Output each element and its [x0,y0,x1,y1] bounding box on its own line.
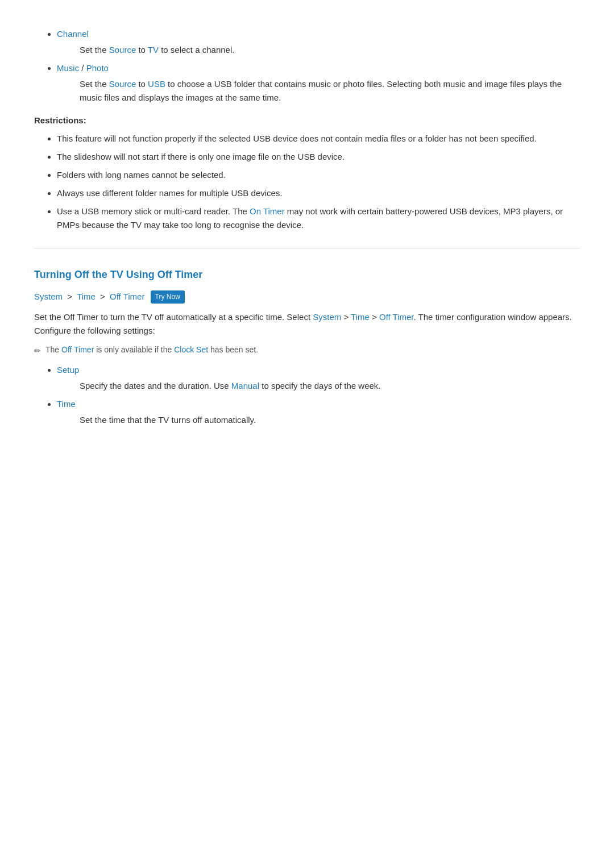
restrictions-list: This feature will not function properly … [34,132,580,232]
separator-slash: / [81,63,86,73]
try-now-badge[interactable]: Try Now [151,290,185,304]
music-photo-link[interactable]: Music / Photo [57,63,109,73]
note-off-timer-link[interactable]: Off Timer [61,345,94,354]
breadcrumb-time[interactable]: Time [77,292,96,301]
source-link-1[interactable]: Source [109,45,136,55]
time-link[interactable]: Time [57,399,76,409]
breadcrumb-sep-2: > [100,292,107,301]
off-timer-intro: Set the Off Timer to turn the TV off aut… [34,310,580,338]
off-timer-note: ✏ The Off Timer is only available if the… [34,343,580,357]
manual-link[interactable]: Manual [231,381,259,391]
music-photo-desc: Set the Source to USB to choose a USB fo… [80,79,562,102]
setup-item: Setup Specify the dates and the duration… [57,363,580,393]
tv-link-1[interactable]: TV [148,45,159,55]
restriction-item-4: Always use different folder names for mu… [57,186,580,200]
source-link-2[interactable]: Source [109,79,136,89]
restriction-item-3: Folders with long names cannot be select… [57,168,580,182]
restriction-item-2: The slideshow will not start if there is… [57,150,580,164]
time-item: Time Set the time that the TV turns off … [57,397,580,427]
intro-off-timer-link[interactable]: Off Timer [379,312,414,322]
intro-time-link[interactable]: Time [351,312,370,322]
usb-link-1[interactable]: USB [148,79,165,89]
intro-sep-1: > [343,312,351,322]
channel-link[interactable]: Channel [57,29,89,39]
setup-link[interactable]: Setup [57,365,79,375]
off-timer-title: Turning Off the TV Using Off Timer [34,267,580,285]
restriction-item-1: This feature will not function properly … [57,132,580,146]
restriction-item-5: Use a USB memory stick or multi-card rea… [57,205,580,232]
off-timer-sub-list: Setup Specify the dates and the duration… [34,363,580,427]
music-link[interactable]: Music [57,63,79,73]
breadcrumb-system[interactable]: System [34,292,63,301]
intro-sep-2: > [372,312,379,322]
breadcrumb-off-timer[interactable]: Off Timer [110,292,144,301]
restrictions-section: Restrictions: This feature will not func… [34,114,580,232]
breadcrumb-sep-1: > [67,292,74,301]
pencil-icon: ✏ [34,344,41,357]
section-divider [34,248,580,248]
off-timer-section: Turning Off the TV Using Off Timer Syste… [34,267,580,427]
setup-desc: Specify the dates and the duration. Use … [80,379,580,393]
channel-desc: Set the Source to TV to select a channel… [80,45,234,55]
breadcrumb: System > Time > Off Timer Try Now [34,290,580,304]
note-text: The Off Timer is only available if the C… [45,343,258,356]
time-desc: Set the time that the TV turns off autom… [80,413,580,427]
photo-link[interactable]: Photo [86,63,109,73]
intro-system-link[interactable]: System [313,312,341,322]
on-timer-link[interactable]: On Timer [250,206,285,216]
note-clock-set-link[interactable]: Clock Set [174,345,208,354]
restrictions-heading: Restrictions: [34,114,580,127]
